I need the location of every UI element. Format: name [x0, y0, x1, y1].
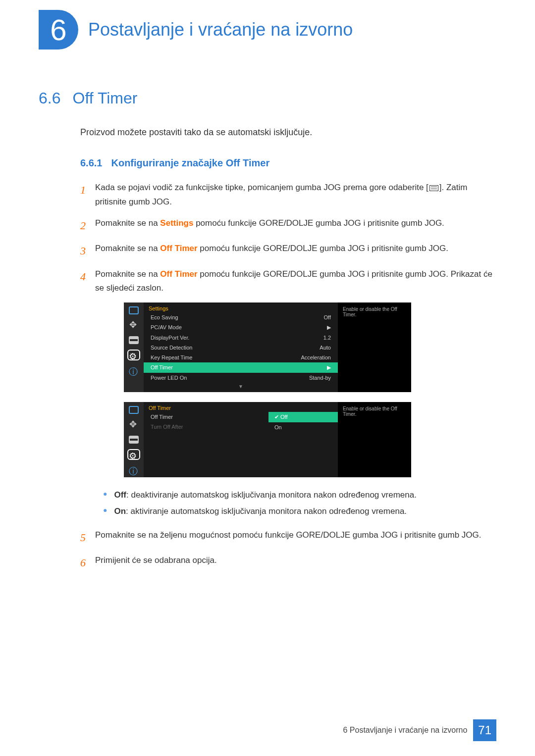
- footer-chapter-label: 6 Postavljanje i vraćanje na izvorno: [343, 726, 467, 735]
- osd-row-power-led: Power LED OnStand-by: [144, 373, 338, 383]
- osd-panel-settings: Settings Eco SavingOff PC/AV Mode▶ Displ…: [124, 302, 411, 392]
- osd-row-eco-saving: Eco SavingOff: [144, 312, 338, 322]
- off-timer-label: Off Timer: [160, 244, 197, 253]
- bullet-on: ● On: aktiviranje automatskog isključiva…: [103, 504, 496, 519]
- monitor-icon: [129, 306, 139, 314]
- step-text: Pomaknite se na Off Timer pomoću funkcij…: [95, 242, 496, 260]
- monitor-icon: [129, 406, 139, 414]
- step-number: 2: [80, 216, 95, 235]
- bullet-off: ● Off: deaktiviranje automatskog isključ…: [103, 487, 496, 503]
- osd-sidebar: [124, 402, 144, 477]
- osd-row-off-timer: Off Timer: [144, 412, 268, 422]
- menu-icon: [429, 185, 438, 191]
- osd-panel-off-timer: Off Timer Off Timer Turn Off After Off O…: [124, 402, 411, 477]
- info-icon: [129, 465, 139, 473]
- bullet-text: : aktiviranje automatskog isključivanja …: [126, 506, 407, 516]
- bullet-dot-icon: ●: [103, 504, 107, 519]
- section-title: Off Timer: [72, 89, 137, 107]
- osd-row-off-timer: Off Timer▶: [144, 362, 338, 373]
- step-2: 2 Pomaknite se na Settings pomoću funkci…: [80, 216, 496, 235]
- step-text: Pomaknite se na Off Timer pomoću funkcij…: [95, 267, 496, 296]
- osd-row-label: Turn Off After: [151, 424, 183, 430]
- section-heading: 6.6Off Timer: [39, 89, 496, 107]
- footer: 6 Postavljanje i vraćanje na izvorno 71: [343, 719, 496, 741]
- osd-options: Off On: [268, 402, 338, 477]
- chevron-down-icon: ▼: [144, 383, 338, 392]
- subsection-heading: 6.6.1Konfiguriranje značajke Off Timer: [80, 157, 496, 169]
- step-text-part: Pomaknite se na: [95, 218, 160, 228]
- gear-icon: [129, 351, 139, 359]
- osd-row-displayport: DisplayPort Ver.1.2: [144, 333, 338, 343]
- osd-row-label: DisplayPort Ver.: [151, 335, 189, 341]
- bullet-text: : deaktiviranje automatskog isključivanj…: [126, 490, 417, 500]
- osd-row-label: Eco Saving: [151, 314, 178, 320]
- bullet-label: Off: [114, 490, 126, 500]
- step-text: Pomaknite se na Settings pomoću funkcije…: [95, 216, 496, 235]
- step-text: Pomaknite se na željenu mogućnost pomoću…: [95, 528, 496, 547]
- subsection-title: Konfiguriranje značajke Off Timer: [111, 157, 269, 168]
- osd-row-value: Off: [324, 314, 331, 320]
- chapter-number-badge: 6: [39, 10, 78, 50]
- section-number: 6.6: [39, 89, 60, 107]
- step-text: Primijenit će se odabrana opcija.: [95, 554, 496, 572]
- osd-row-label: Key Repeat Time: [151, 354, 192, 360]
- osd-row-label: Off Timer: [151, 364, 173, 371]
- osd-title: Off Timer: [144, 402, 268, 412]
- arrows-icon: [129, 421, 139, 429]
- osd-option-off: Off: [268, 412, 338, 422]
- osd-row-value: Acceleration: [301, 354, 331, 360]
- step-number: 1: [80, 181, 95, 209]
- osd-menu: Settings Eco SavingOff PC/AV Mode▶ Displ…: [144, 302, 338, 392]
- osd-row-value: Auto: [320, 345, 331, 351]
- step-number: 6: [80, 554, 95, 572]
- intro-text: Proizvod možete postaviti tako da se aut…: [80, 127, 496, 138]
- off-timer-label: Off Timer: [160, 269, 197, 279]
- step-number: 5: [80, 528, 95, 547]
- info-icon: [129, 366, 139, 374]
- step-3: 3 Pomaknite se na Off Timer pomoću funkc…: [80, 242, 496, 260]
- step-number: 3: [80, 242, 95, 260]
- osd-row-value: 1.2: [323, 335, 331, 341]
- osd-row-turn-off-after: Turn Off After: [144, 422, 268, 432]
- osd-row-pcav: PC/AV Mode▶: [144, 322, 338, 333]
- chapter-header: 6 Postavljanje i vraćanje na izvorno: [39, 10, 353, 50]
- step-text-part: Pomaknite se na: [95, 244, 160, 253]
- osd-row-label: Power LED On: [151, 375, 187, 381]
- osd-title: Settings: [144, 302, 338, 312]
- chapter-title: Postavljanje i vraćanje na izvorno: [88, 19, 353, 40]
- step-6: 6 Primijenit će se odabrana opcija.: [80, 554, 496, 572]
- osd-option-on: On: [268, 422, 338, 432]
- list-icon: [129, 436, 139, 444]
- osd-row-label: PC/AV Mode: [151, 324, 182, 331]
- osd-row-value: Stand-by: [309, 375, 331, 381]
- arrows-icon: [129, 321, 139, 329]
- list-icon: [129, 336, 139, 344]
- step-1: 1 Kada se pojavi vodič za funkcijske tip…: [80, 181, 496, 209]
- step-number: 4: [80, 267, 95, 296]
- osd-row-value: ▶: [327, 324, 331, 331]
- bullet-label: On: [114, 506, 126, 516]
- page-number: 71: [473, 719, 496, 741]
- bullet-dot-icon: ●: [103, 487, 107, 503]
- osd-row-label: Source Detection: [151, 345, 192, 351]
- osd-hint: Enable or disable the Off Timer.: [338, 402, 411, 477]
- osd-row-value: ▶: [327, 364, 331, 371]
- gear-icon: [129, 451, 139, 458]
- step-4: 4 Pomaknite se na Off Timer pomoću funkc…: [80, 267, 496, 296]
- step-text-part: pomoću funkcije GORE/DOLJE gumba JOG i p…: [198, 244, 448, 253]
- step-text-part: Kada se pojavi vodič za funkcijske tipke…: [95, 183, 428, 192]
- step-5: 5 Pomaknite se na željenu mogućnost pomo…: [80, 528, 496, 547]
- subsection-number: 6.6.1: [80, 157, 102, 168]
- osd-row-key-repeat: Key Repeat TimeAcceleration: [144, 353, 338, 362]
- step-text: Kada se pojavi vodič za funkcijske tipke…: [95, 181, 496, 209]
- osd-sidebar: [124, 302, 144, 392]
- osd-row-source-detection: Source DetectionAuto: [144, 343, 338, 353]
- step-text-part: Pomaknite se na: [95, 269, 160, 279]
- osd-row-label: Off Timer: [151, 414, 173, 420]
- settings-label: Settings: [160, 218, 193, 228]
- osd-hint: Enable or disable the Off Timer.: [338, 302, 411, 392]
- step-text-part: pomoću funkcije GORE/DOLJE gumba JOG i p…: [193, 218, 444, 228]
